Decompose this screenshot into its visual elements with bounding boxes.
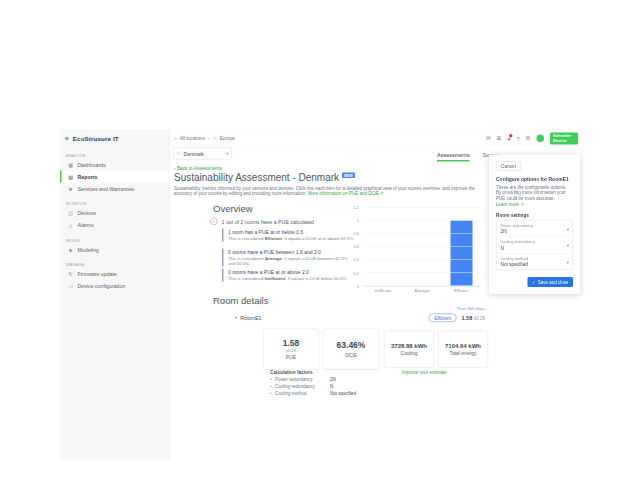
- factor-row-cooling-redundancy: • Cooling redundancy N: [270, 384, 400, 389]
- field-label: Power redundancy: [501, 223, 564, 228]
- sidebar-section-model: Model ◈ Modeling: [60, 236, 170, 256]
- cooling-label: Cooling: [401, 351, 418, 357]
- field-value: 2N: [501, 229, 564, 235]
- external-link-icon: ↗: [380, 191, 384, 196]
- breadcrumb-separator: ›: [208, 136, 210, 142]
- sidebar-item-label: Firmware update: [78, 271, 117, 277]
- field-label: Cooling method: [501, 256, 564, 261]
- notification-badge: [509, 134, 513, 138]
- check-circle-icon: ✓: [210, 218, 218, 226]
- pue-uncertainty: ±0.26: [286, 348, 297, 353]
- sidebar-item-firmware-update[interactable]: ↻ Firmware update: [60, 268, 170, 280]
- sidebar-item-services-warranties[interactable]: ❖ Services and Warranties: [60, 183, 170, 195]
- chart-xaxis-labels: Inefficient Average Efficient: [363, 289, 481, 294]
- room-name[interactable]: ▾ RoomE1: [235, 315, 262, 321]
- dashboards-icon: ▦: [68, 162, 74, 168]
- xlabel-average: Average: [402, 289, 441, 294]
- sidebar-item-reports[interactable]: ▤ Reports: [60, 171, 170, 183]
- total-energy-value: 7104.64 kWh: [445, 342, 481, 349]
- room-row-right: Efficient 1.58 ±0.26: [429, 313, 485, 322]
- location-select[interactable]: ⚐ Denmark ▾: [173, 148, 232, 160]
- sidebar-item-label: Dashboards: [78, 162, 106, 168]
- learn-more-link[interactable]: Learn more ↗: [496, 202, 524, 207]
- ecostruxure-app-window: ≡ EcoStruxure IT Analyze ▦ Dashboards ▤ …: [60, 129, 580, 459]
- cooling-redundancy-select[interactable]: Cooling redundancy N ▾: [497, 237, 573, 254]
- field-value: Not specified: [501, 262, 564, 268]
- overview-item-efficient[interactable]: 1 room has a PUE at or below 1.6 This is…: [222, 229, 356, 242]
- power-redundancy-select[interactable]: Power redundancy 2N ▾: [497, 221, 573, 238]
- breadcrumb-all-locations[interactable]: All locations: [180, 136, 205, 142]
- chevron-down-icon: ▾: [567, 227, 569, 232]
- save-button-label: Save and close: [538, 280, 569, 285]
- overview-item-headline[interactable]: 0 rooms have a PUE between 1.6 and 2.0: [228, 249, 356, 255]
- overview-item-headline[interactable]: 1 room has a PUE at or below 1.6: [228, 229, 356, 235]
- apps-icon[interactable]: ⊞: [497, 135, 502, 142]
- schneider-electric-logo[interactable]: Schneider Electric: [550, 132, 578, 144]
- feedback-icon[interactable]: ✉: [486, 135, 491, 142]
- pue-label: PUE: [286, 355, 296, 361]
- field-label: Cooling redundancy: [501, 240, 564, 245]
- devices-icon: ◫: [68, 210, 74, 216]
- xlabel-efficient: Efficient: [442, 289, 481, 294]
- room-details-title: Room details: [213, 296, 268, 307]
- pue-distribution-chart: 00.20.40.60.811.2 Inefficient Average Ef…: [342, 208, 485, 297]
- room-settings-title: Room settings: [496, 212, 573, 218]
- sidebar: ≡ EcoStruxure IT Analyze ▦ Dashboards ▤ …: [60, 130, 170, 460]
- header-actions: ✉ ⊞ ● ? ⚙ Schneider Electric: [486, 132, 578, 144]
- factor-label: Cooling method: [275, 391, 330, 396]
- chart-yaxis: 00.20.40.60.811.2: [342, 208, 359, 287]
- factor-label: Power redundancy: [275, 377, 330, 382]
- save-and-close-button[interactable]: ✓ Save and close: [527, 277, 573, 287]
- chevron-down-icon: ▾: [567, 243, 569, 248]
- back-to-assessments-link[interactable]: ‹ Back to Assessments: [174, 166, 222, 172]
- total-energy-label: Total energy: [449, 351, 476, 357]
- help-icon[interactable]: ?: [517, 135, 520, 141]
- modeling-icon: ◈: [68, 247, 74, 253]
- new-badge: NEW: [342, 173, 355, 179]
- cooling-method-select[interactable]: Cooling method Not specified ▾: [497, 254, 573, 270]
- reports-icon: ▤: [68, 174, 74, 180]
- app-logo: EcoStruxure IT: [73, 135, 119, 142]
- overview-item-detail: This is considered Efficient. It equals …: [228, 236, 356, 241]
- period-label: Past 365 days: [457, 306, 485, 311]
- overview-item-inefficient[interactable]: 0 rooms have a PUE at or above 2.0 This …: [222, 269, 356, 282]
- factor-row-cooling-method: • Cooling method Not specified: [270, 391, 400, 396]
- sidebar-item-label: Device configuration: [78, 283, 126, 289]
- more-info-link[interactable]: More information on PUE and DCiE ↗: [308, 191, 384, 196]
- top-bar: ⌂ All locations › ⚐ Europe ✉ ⊞ ● ? ⚙ Sch…: [170, 132, 580, 146]
- location-select-value: Denmark: [184, 151, 204, 157]
- sidebar-item-label: Services and Warranties: [78, 186, 135, 192]
- sidebar-item-modeling[interactable]: ◈ Modeling: [60, 244, 170, 256]
- calculation-factors-title: Calculation factors: [270, 370, 400, 376]
- user-avatar[interactable]: [537, 135, 545, 143]
- location-icon: ⌂: [174, 136, 177, 141]
- device-configuration-icon: ◁: [68, 283, 74, 289]
- hamburger-menu-icon[interactable]: ≡: [65, 135, 69, 143]
- cooling-card: 3728.88 kWh Cooling: [384, 331, 434, 368]
- page-title: Sustainability Assessment - Denmark NEW: [174, 172, 355, 184]
- sidebar-section-label: Manage: [60, 261, 170, 269]
- overview-item-headline[interactable]: 0 rooms have a PUE at or above 2.0: [228, 269, 356, 275]
- sidebar-item-dashboards[interactable]: ▦ Dashboards: [60, 159, 170, 171]
- sidebar-item-device-configuration[interactable]: ◁ Device configuration: [60, 280, 170, 292]
- breadcrumb: ⌂ All locations › ⚐ Europe: [174, 136, 235, 142]
- notifications-bell-icon[interactable]: ●: [507, 135, 510, 141]
- tab-assessments[interactable]: Assessments: [437, 152, 470, 162]
- check-icon: ✓: [532, 280, 536, 285]
- breadcrumb-europe[interactable]: Europe: [220, 136, 235, 142]
- factor-value: Not specified: [330, 391, 356, 396]
- sidebar-section-label: Monitor: [60, 200, 170, 208]
- improve-estimate-link[interactable]: Improve your estimate: [402, 370, 447, 375]
- settings-gear-icon[interactable]: ⚙: [526, 135, 531, 142]
- overview-item-average[interactable]: 0 rooms have a PUE between 1.6 and 2.0 T…: [222, 249, 356, 267]
- overview-item-detail: This is considered Inefficient. It equal…: [228, 276, 356, 281]
- cancel-button[interactable]: Cancel: [496, 161, 521, 171]
- factor-label: Cooling redundancy: [275, 384, 330, 389]
- sidebar-item-alarms[interactable]: △ Alarms: [60, 219, 170, 231]
- expand-chevron-icon[interactable]: ▾: [235, 315, 237, 320]
- pue-card: 1.58 ±0.26 PUE: [263, 329, 319, 370]
- region-flag-icon: ⚐: [213, 136, 217, 141]
- dcie-card: 63.46% DCiE: [323, 329, 379, 370]
- sidebar-item-devices[interactable]: ◫ Devices: [60, 207, 170, 219]
- room-row: ▾ RoomE1 Efficient 1.58 ±0.26: [235, 313, 485, 323]
